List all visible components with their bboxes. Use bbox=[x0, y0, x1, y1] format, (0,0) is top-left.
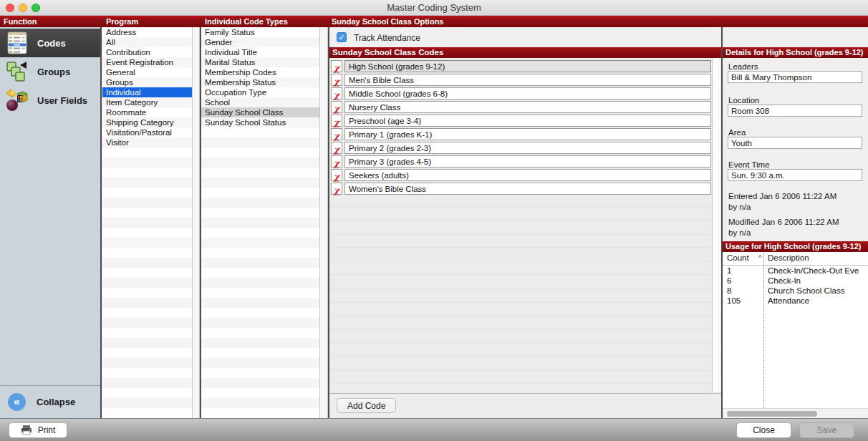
code-row: χ bbox=[331, 155, 711, 168]
delete-code-icon[interactable]: χ bbox=[331, 183, 342, 195]
program-item[interactable]: Shipping Category bbox=[102, 117, 192, 127]
sidebar-item-groups[interactable]: Groups bbox=[0, 57, 100, 86]
delete-code-icon[interactable]: χ bbox=[331, 87, 342, 100]
description-column-header[interactable]: Description bbox=[768, 253, 809, 262]
code-row: χ bbox=[331, 87, 711, 100]
code-type-item[interactable]: Occupation Type bbox=[201, 87, 319, 97]
delete-code-icon[interactable]: χ bbox=[331, 115, 342, 127]
location-field[interactable] bbox=[728, 105, 862, 117]
sidebar-item-codes[interactable]: Codes bbox=[0, 29, 100, 57]
program-item[interactable]: Contribution bbox=[102, 47, 192, 57]
code-name-field[interactable] bbox=[344, 74, 711, 86]
program-item[interactable]: Visitation/Pastoral bbox=[102, 127, 192, 137]
print-label: Print bbox=[38, 425, 56, 435]
usage-row[interactable]: 1Check-In/Check-Out Eve bbox=[723, 266, 868, 276]
code-row: χ bbox=[331, 74, 711, 86]
close-button[interactable]: Close bbox=[736, 422, 791, 438]
program-item[interactable]: Visitor bbox=[102, 137, 192, 147]
code-name-field[interactable] bbox=[344, 115, 711, 127]
collapse-button[interactable]: « Collapse bbox=[0, 385, 100, 418]
usage-table-header: Count ^ Description bbox=[723, 252, 868, 266]
location-label: Location bbox=[728, 96, 759, 105]
options-section-header: Sunday School Class Options bbox=[332, 16, 443, 28]
code-type-item[interactable]: Gender bbox=[201, 37, 319, 47]
code-name-field[interactable] bbox=[344, 101, 711, 113]
count-column-header[interactable]: Count bbox=[727, 253, 749, 262]
codes-section-header: Sunday School Class Codes bbox=[329, 47, 721, 58]
usage-row[interactable]: 8Church School Class bbox=[723, 286, 868, 296]
usage-row[interactable]: 105Attendance bbox=[723, 296, 868, 306]
code-type-item[interactable]: Family Status bbox=[201, 27, 319, 37]
add-code-button[interactable]: Add Code bbox=[337, 398, 396, 413]
code-name-field[interactable] bbox=[344, 128, 711, 140]
program-item[interactable]: Event Registration bbox=[102, 57, 192, 67]
code-types-column-header: Individual Code Types bbox=[205, 16, 288, 28]
track-attendance-checkbox[interactable]: ✓ bbox=[337, 32, 347, 42]
leaders-field[interactable] bbox=[728, 71, 862, 83]
window-title: Master Coding System bbox=[0, 0, 868, 16]
program-item[interactable]: Groups bbox=[102, 77, 192, 87]
save-button[interactable]: Save bbox=[799, 422, 854, 438]
column-separator bbox=[763, 252, 764, 266]
program-item-selected[interactable]: Individual bbox=[102, 87, 192, 97]
delete-code-icon[interactable]: χ bbox=[331, 101, 342, 113]
area-label: Area bbox=[728, 128, 746, 137]
usage-table-body: 1Check-In/Check-Out Eve 6Check-In 8Churc… bbox=[723, 266, 868, 408]
usage-header: Usage for High School (grades 9-12) bbox=[723, 241, 868, 252]
codes-scrollbar-track[interactable] bbox=[712, 59, 720, 392]
code-name-field[interactable] bbox=[344, 155, 711, 168]
area-field[interactable] bbox=[728, 137, 862, 149]
scrollbar-thumb[interactable] bbox=[727, 411, 817, 417]
title-bar: Master Coding System bbox=[0, 0, 868, 16]
delete-code-icon[interactable]: χ bbox=[331, 155, 342, 168]
usage-row[interactable]: 6Check-In bbox=[723, 276, 868, 286]
print-button[interactable]: Print bbox=[9, 422, 67, 438]
codes-list: χ χ χ χ χ χ χ χ bbox=[329, 58, 721, 393]
code-type-item[interactable]: Sunday School Status bbox=[201, 117, 319, 127]
program-item[interactable]: All bbox=[102, 37, 192, 47]
collapse-chevrons-icon: « bbox=[8, 393, 26, 411]
details-header: Details for High School (grades 9-12) bbox=[723, 47, 868, 58]
sidebar-item-label: Groups bbox=[37, 67, 70, 77]
delete-code-icon[interactable]: χ bbox=[331, 169, 342, 181]
function-column-header: Function bbox=[4, 16, 37, 28]
program-item[interactable]: Roommate bbox=[102, 107, 192, 117]
function-sidebar: Codes Groups bbox=[0, 27, 102, 418]
code-types-list: Family Status Gender Individual Title Ma… bbox=[201, 27, 319, 418]
code-type-item[interactable]: Marital Status bbox=[201, 57, 319, 67]
program-item[interactable]: Address bbox=[102, 27, 192, 37]
details-panel: Details for High School (grades 9-12) Le… bbox=[723, 27, 868, 418]
event-time-field[interactable] bbox=[728, 169, 862, 181]
code-type-item-selected[interactable]: Sunday School Class bbox=[201, 107, 319, 117]
code-name-field[interactable] bbox=[344, 183, 711, 195]
printer-icon bbox=[21, 425, 32, 435]
modified-by: by n/a bbox=[728, 228, 839, 238]
program-item[interactable]: General bbox=[102, 67, 192, 77]
delete-code-icon[interactable]: χ bbox=[331, 128, 342, 140]
code-type-item[interactable]: Individual Title bbox=[201, 47, 319, 57]
modified-stamp: Modified Jan 6 2006 11:22 AM by n/a bbox=[728, 217, 839, 238]
sidebar-item-user-fields[interactable]: User Fields bbox=[0, 86, 100, 115]
entered-date: Entered Jan 6 2006 11:22 AM bbox=[728, 191, 836, 202]
sidebar-item-label: Codes bbox=[37, 38, 66, 49]
delete-code-icon[interactable]: χ bbox=[331, 142, 342, 154]
code-type-item[interactable]: Membership Status bbox=[201, 77, 319, 87]
code-type-item[interactable]: School bbox=[201, 97, 319, 107]
code-types-scrollbar-track[interactable] bbox=[319, 27, 328, 418]
code-type-item[interactable]: Membership Codes bbox=[201, 67, 319, 77]
code-name-field[interactable] bbox=[344, 169, 711, 181]
code-row: χ bbox=[331, 128, 711, 140]
delete-code-icon[interactable]: χ bbox=[331, 60, 342, 72]
delete-code-icon[interactable]: χ bbox=[331, 74, 342, 86]
code-name-field[interactable] bbox=[344, 142, 711, 154]
program-column-header: Program bbox=[106, 16, 138, 28]
program-scrollbar-track[interactable] bbox=[192, 27, 200, 418]
codes-icon bbox=[5, 31, 29, 55]
code-row: χ bbox=[331, 101, 711, 113]
groups-icon bbox=[5, 59, 29, 84]
code-name-field[interactable] bbox=[344, 87, 711, 100]
master-coding-system-window: Master Coding System Function Program In… bbox=[0, 0, 868, 441]
program-item[interactable]: Item Category bbox=[102, 97, 192, 107]
add-code-bar: Add Code bbox=[329, 393, 721, 418]
code-name-field[interactable] bbox=[344, 60, 711, 72]
